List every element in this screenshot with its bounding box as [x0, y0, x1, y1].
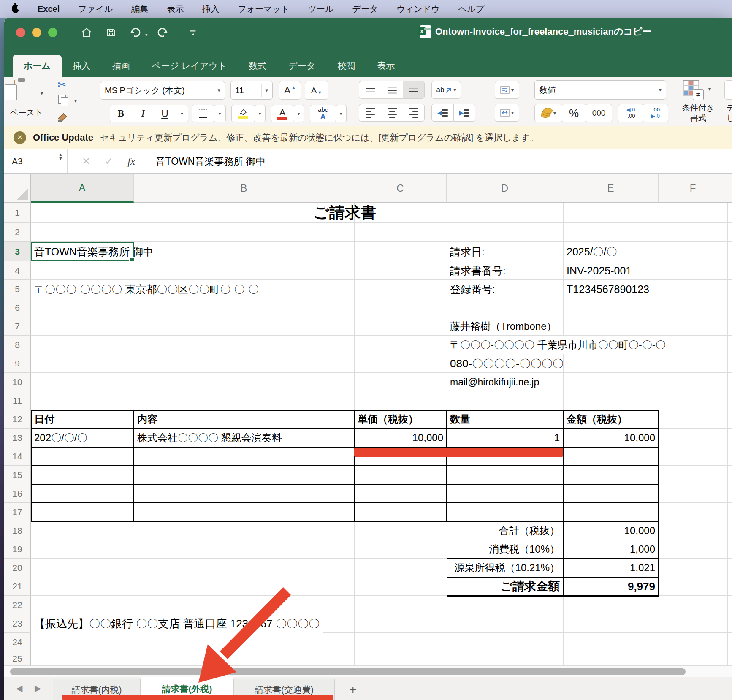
row-header-25[interactable]: 25	[4, 651, 31, 666]
font-color-button[interactable]: A	[271, 105, 294, 122]
conditional-formatting-caret[interactable]: ▾	[708, 86, 711, 92]
ribbon-tab-3[interactable]: ページ レイアウト	[141, 55, 238, 77]
menu-item-1[interactable]: ファイル	[78, 3, 113, 15]
horizontal-scrollbar[interactable]	[4, 666, 732, 677]
cell-C12[interactable]: 単価（税抜）	[354, 410, 422, 429]
borders-button[interactable]	[192, 105, 214, 122]
row-header-13[interactable]: 13	[4, 429, 31, 447]
ribbon-tab-0[interactable]: ホーム	[13, 55, 62, 77]
cell-B13[interactable]: 株式会社〇〇〇〇 懇親会演奏料	[134, 429, 285, 447]
menu-item-4[interactable]: 挿入	[202, 3, 219, 15]
increase-decimal-button[interactable]: ◀.0.00	[618, 104, 643, 122]
increase-indent-button[interactable]: ▶	[453, 104, 475, 122]
percent-format-button[interactable]: %	[562, 104, 586, 122]
row-header-7[interactable]: 7	[4, 317, 31, 336]
fill-color-button[interactable]	[231, 105, 255, 122]
cell-D3[interactable]: 請求日:	[447, 242, 488, 261]
cell-A13[interactable]: 202〇/〇/〇	[31, 429, 90, 447]
fill-dropdown-caret[interactable]: ▾	[255, 105, 266, 122]
redo-icon[interactable]	[155, 24, 171, 41]
cell-E21[interactable]: 9,979	[563, 577, 659, 596]
office-update-close-icon[interactable]: ✕	[14, 131, 26, 144]
column-header-C[interactable]: C	[354, 174, 447, 203]
ribbon-tab-4[interactable]: 数式	[238, 55, 277, 77]
decrease-indent-button[interactable]: ◀	[431, 104, 453, 122]
cell-E4[interactable]: INV-2025-001	[563, 261, 635, 280]
cell-B12[interactable]: 内容	[134, 410, 161, 429]
row-header-14[interactable]: 14	[4, 447, 31, 466]
copy-dropdown-caret[interactable]: ▾	[74, 98, 77, 104]
cell-D19[interactable]: 消費税（10%）	[447, 540, 563, 559]
conditional-formatting-button[interactable]: ≠	[683, 80, 699, 96]
currency-format-button[interactable]: ▾	[534, 104, 562, 122]
cut-icon[interactable]: ✂	[57, 79, 66, 90]
customize-toolbar-icon[interactable]	[185, 24, 201, 41]
row-header-17[interactable]: 17	[4, 503, 31, 521]
row-header-5[interactable]: 5	[4, 280, 31, 298]
decrease-decimal-button[interactable]: .00▶.0	[643, 104, 668, 122]
column-header-B[interactable]: B	[134, 174, 354, 203]
row-header-23[interactable]: 23	[4, 614, 31, 633]
paste-dropdown-caret[interactable]: ▾	[41, 90, 43, 96]
cell-D13[interactable]: 1	[447, 429, 563, 447]
formula-bar-value[interactable]: 音TOWN音楽事務所 御中	[148, 149, 266, 173]
column-header-D[interactable]: D	[447, 174, 563, 203]
align-right-button[interactable]	[403, 104, 425, 122]
wrap-text-button[interactable]: ▾	[495, 81, 519, 99]
next-sheet-icon[interactable]: ▶	[35, 683, 41, 693]
cell-D7[interactable]: 藤井裕樹（Trombone）	[447, 317, 560, 336]
cell-A5[interactable]: 〒〇〇〇-〇〇〇〇 東京都〇〇区〇〇町〇-〇-〇	[31, 280, 262, 298]
close-window-button[interactable]	[16, 28, 25, 37]
cell-D5[interactable]: 登録番号:	[447, 280, 499, 298]
bold-button[interactable]: B	[110, 105, 132, 122]
cancel-entry-icon[interactable]: ✕	[82, 155, 90, 167]
row-header-3[interactable]: 3	[4, 242, 31, 261]
cell-D10[interactable]: mail@hirokifujii.ne.jp	[447, 373, 542, 391]
format-as-table-button[interactable]	[724, 80, 732, 100]
ribbon-tab-2[interactable]: 描画	[101, 55, 141, 77]
row-header-12[interactable]: 12	[4, 410, 31, 429]
ribbon-tab-7[interactable]: 表示	[366, 55, 406, 77]
menu-item-0[interactable]: Excel	[38, 4, 60, 14]
minimize-window-button[interactable]	[32, 28, 41, 37]
font-name-combo[interactable]: MS Pゴシック (本文)▾	[100, 81, 225, 100]
column-header-E[interactable]: E	[563, 174, 659, 203]
cell-C13[interactable]: 10,000	[354, 429, 447, 447]
row-header-2[interactable]: 2	[4, 223, 31, 242]
phonetic-guide-button[interactable]: abcA	[310, 105, 336, 122]
decrease-font-button[interactable]: A▼	[305, 81, 328, 100]
borders-dropdown-caret[interactable]: ▾	[214, 105, 226, 122]
cell-D12[interactable]: 数量	[447, 410, 474, 429]
name-box[interactable]: A3 ▲▼	[4, 149, 68, 173]
underline-button[interactable]: U	[154, 105, 176, 122]
cell-E12[interactable]: 金額（税抜）	[563, 410, 631, 429]
cell-D21[interactable]: ご請求金額	[447, 577, 563, 596]
merge-cells-button[interactable]: ▾	[495, 104, 519, 122]
column-header-G-partial[interactable]	[727, 174, 732, 203]
cell-D8[interactable]: 〒〇〇〇-〇〇〇〇 千葉県市川市〇〇町〇-〇-〇	[447, 336, 669, 354]
undo-dropdown-caret[interactable]: ▾	[145, 32, 148, 38]
apple-menu-icon[interactable]	[12, 5, 19, 13]
font-size-combo[interactable]: 11▾	[230, 81, 273, 100]
cell-D18[interactable]: 合計（税抜）	[447, 521, 563, 540]
cell-E20[interactable]: 1,021	[563, 559, 659, 577]
phonetic-dropdown-caret[interactable]: ▾	[336, 105, 347, 122]
save-icon[interactable]	[103, 24, 119, 41]
menu-item-8[interactable]: ウィンドウ	[396, 3, 439, 15]
zoom-window-button[interactable]	[48, 28, 57, 37]
align-left-button[interactable]	[359, 104, 381, 122]
row-header-6[interactable]: 6	[4, 298, 31, 317]
ribbon-tab-6[interactable]: 校閲	[326, 55, 366, 77]
column-header-F[interactable]: F	[659, 174, 727, 203]
select-all-corner[interactable]	[4, 174, 31, 203]
menu-item-6[interactable]: ツール	[308, 3, 333, 15]
prev-sheet-icon[interactable]: ◀	[16, 683, 22, 693]
undo-icon[interactable]	[127, 24, 144, 41]
increase-font-button[interactable]: A▲	[279, 81, 301, 100]
row-header-11[interactable]: 11	[4, 391, 31, 410]
column-header-A[interactable]: A	[31, 174, 134, 203]
row-header-19[interactable]: 19	[4, 540, 31, 559]
confirm-entry-icon[interactable]: ✓	[105, 155, 113, 167]
menu-item-3[interactable]: 表示	[167, 3, 184, 15]
selected-cell-A3[interactable]	[31, 242, 134, 261]
